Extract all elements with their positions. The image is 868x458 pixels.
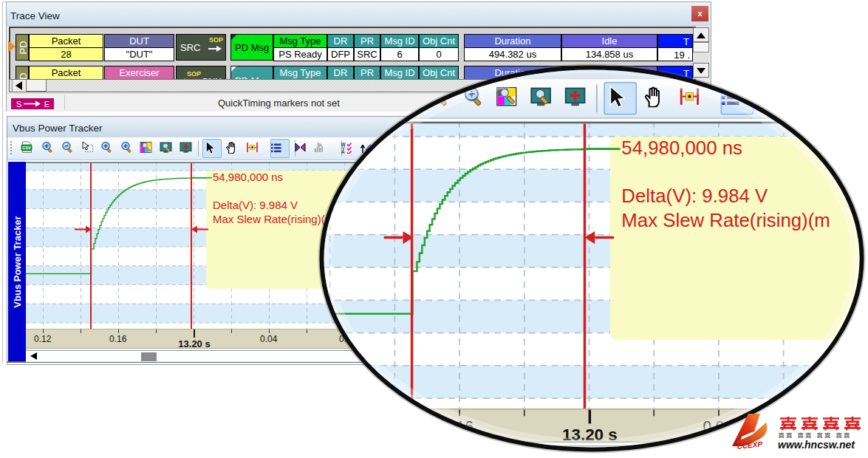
svg-text:CSV: CSV <box>22 146 31 150</box>
svg-text:CCEXP: CCEXP <box>737 440 763 451</box>
svg-text:A: A <box>341 149 345 154</box>
